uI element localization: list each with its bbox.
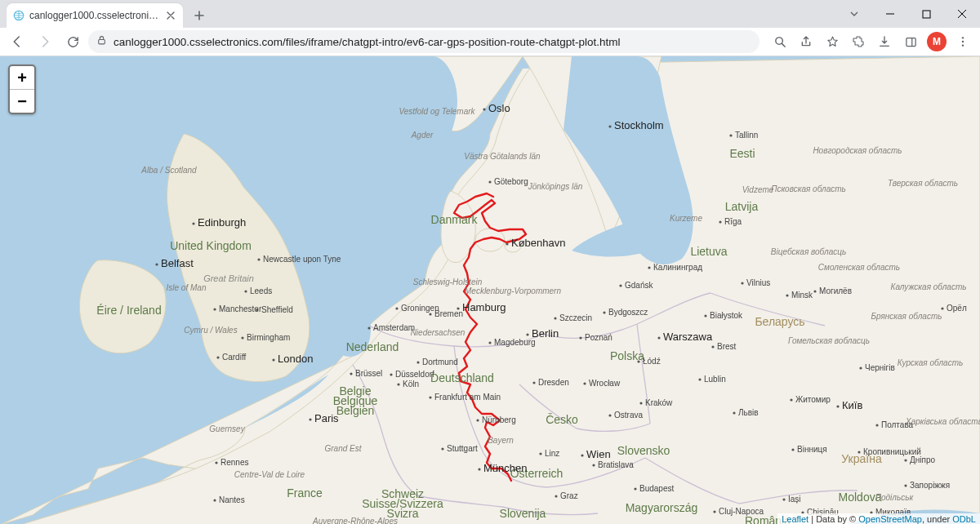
window-controls (836, 0, 980, 28)
city-dot (244, 290, 247, 292)
city-dot (192, 222, 194, 224)
map-label: Düsseldorf (395, 370, 434, 379)
browser-tab[interactable]: canlogger1000.csselectronics.com (7, 3, 183, 28)
tab-strip: canlogger1000.csselectronics.com (0, 0, 980, 28)
city-dot (441, 447, 443, 450)
map-label: Подільськ (875, 493, 915, 502)
map-label: Rennes (220, 458, 248, 467)
zoom-indicator-icon[interactable] (768, 29, 792, 54)
map-label: Jönköpings län (528, 182, 583, 191)
map-label: Курская область (898, 358, 964, 367)
maximize-icon[interactable] (908, 0, 944, 28)
city-dot (256, 309, 258, 311)
new-tab-button[interactable] (188, 4, 211, 27)
extensions-icon[interactable] (846, 29, 871, 54)
reload-button[interactable] (60, 29, 85, 54)
city-dot (272, 358, 274, 361)
map-label: Iași (788, 495, 801, 504)
share-icon[interactable] (794, 29, 818, 54)
map-label: Vilnius (746, 278, 770, 287)
lock-icon (96, 35, 107, 48)
map-label: Орёл (947, 304, 967, 313)
sidepanel-icon[interactable] (898, 29, 923, 54)
map-label: Graz (560, 491, 578, 500)
city-dot (506, 242, 508, 245)
city-dot (350, 372, 352, 375)
city-dot (782, 498, 785, 500)
city-dot (836, 405, 839, 407)
profile-avatar[interactable]: M (924, 29, 949, 54)
menu-icon[interactable] (951, 29, 975, 54)
map-label: Dresden (538, 378, 569, 387)
city-dot (395, 307, 398, 309)
city-dot (941, 307, 943, 309)
map-label: Brest (717, 342, 737, 351)
map-label: Amsterdam (373, 323, 415, 332)
map-label: Беларусь (755, 315, 804, 328)
map-label: Szczecin (559, 313, 592, 322)
map-label: Kraków (645, 398, 673, 407)
map-label: Schleswig-Holstein (413, 278, 483, 286)
map-label: Oslo (488, 102, 510, 114)
city-dot (155, 263, 158, 265)
map-label: Great Britain (203, 273, 254, 283)
map-label: Cymru / Wales (184, 326, 237, 335)
minimize-icon[interactable] (872, 0, 908, 28)
map-label: United Kingdom (170, 239, 252, 252)
city-dot (579, 336, 581, 339)
omnibox[interactable]: canlogger1000.csselectronics.com/files/i… (88, 30, 760, 53)
map-label: Manchester (219, 304, 262, 313)
map-label: London (278, 353, 313, 365)
zoom-in-button[interactable]: + (10, 66, 34, 89)
star-icon[interactable] (820, 29, 844, 54)
city-dot (813, 290, 816, 292)
chevron-down-icon[interactable] (836, 0, 872, 28)
map-label: Paris (314, 412, 339, 424)
map-label: Bratislava (598, 460, 634, 469)
forward-button[interactable] (33, 29, 57, 54)
city-dot (608, 414, 611, 416)
city-dot (858, 451, 860, 453)
map-label: Полтава (881, 420, 914, 429)
map-label: Київ (842, 399, 862, 411)
address-bar: canlogger1000.csselectronics.com/files/i… (0, 28, 980, 56)
map-label: Stuttgart (447, 444, 478, 453)
map-label: Bayern (488, 436, 514, 445)
close-tab-icon[interactable] (165, 10, 176, 21)
city-dot (637, 360, 639, 362)
map-label: Guernsey (209, 424, 245, 433)
back-button[interactable] (5, 29, 29, 54)
map-label: Могилёв (819, 286, 852, 295)
svg-point-3 (775, 37, 782, 44)
city-dot (657, 336, 660, 339)
map-label: Auvergne-Rhône-Alpes (312, 517, 398, 524)
odbl-link[interactable]: ODbL (952, 514, 976, 524)
map-label: Slovenija (500, 507, 546, 520)
download-icon[interactable] (872, 29, 897, 54)
map-viewport[interactable]: United KingdomGreat BritainÉire / Irelan… (0, 56, 980, 524)
city-dot (619, 284, 621, 286)
zoom-out-button[interactable]: − (10, 89, 34, 113)
map-label: Вінниця (797, 445, 827, 454)
svg-point-5 (962, 37, 964, 38)
leaflet-link[interactable]: Leaflet (782, 514, 808, 524)
map-label: Budapest (639, 484, 674, 493)
city-dot (583, 382, 586, 384)
close-window-icon[interactable] (944, 0, 980, 28)
map-label: Lietuva (690, 245, 727, 258)
city-dot (904, 459, 906, 461)
osm-link[interactable]: OpenStreetMap (858, 514, 922, 524)
map-label: Deutschland (430, 371, 494, 384)
zoom-control: + − (8, 64, 36, 114)
city-dot (648, 266, 650, 269)
map-label: Mecklenburg-Vorpommern (465, 286, 561, 295)
map-label: Västra Götalands län (464, 152, 541, 161)
avatar-initial: M (927, 32, 947, 51)
map-label: Bydgoszcz (608, 308, 648, 317)
city-dot (241, 336, 243, 339)
map-label: Sheffield (261, 305, 293, 314)
city-dot (581, 454, 583, 456)
map-label: Poznań (585, 333, 612, 342)
map-label: Віцебская вобласць (771, 247, 846, 256)
city-dot (526, 333, 528, 335)
